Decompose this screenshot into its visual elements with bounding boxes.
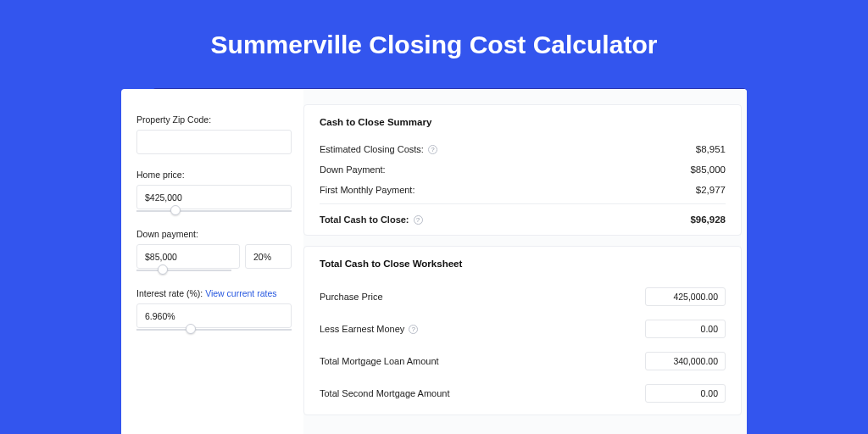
summary-panel: Cash to Close Summary Estimated Closing … — [303, 104, 742, 236]
slider-track — [136, 270, 231, 271]
earnest-money-input[interactable] — [645, 320, 726, 338]
row-label: Less Earnest Money — [320, 324, 404, 334]
calculator-card: Property Zip Code: Home price: Down paym… — [121, 89, 747, 434]
worksheet-heading: Total Cash to Close Worksheet — [320, 259, 726, 269]
results-column: Cash to Close Summary Estimated Closing … — [303, 89, 747, 434]
home-price-label: Home price: — [136, 170, 292, 180]
row-label: Purchase Price — [320, 292, 383, 302]
row-label: Down Payment: — [320, 164, 386, 175]
row-value: $8,951 — [696, 144, 726, 154]
worksheet-row-earnest-money: Less Earnest Money ? — [320, 313, 726, 345]
row-label: Total Cash to Close: — [320, 214, 409, 225]
row-value: $85,000 — [690, 164, 726, 175]
slider-thumb[interactable] — [170, 205, 181, 215]
slider-track — [136, 210, 292, 212]
interest-group: Interest rate (%): View current rates — [136, 288, 292, 332]
interest-slider[interactable] — [136, 327, 292, 332]
worksheet-row-purchase-price: Purchase Price — [320, 281, 726, 313]
inputs-panel: Property Zip Code: Home price: Down paym… — [121, 89, 303, 434]
row-value: $96,928 — [690, 214, 726, 225]
summary-row-closing-costs: Estimated Closing Costs: ? $8,951 — [320, 139, 726, 159]
summary-row-down-payment: Down Payment: $85,000 — [320, 159, 726, 180]
row-label: First Monthly Payment: — [320, 185, 415, 195]
home-price-input[interactable] — [136, 185, 292, 209]
summary-heading: Cash to Close Summary — [320, 117, 726, 127]
help-icon[interactable]: ? — [414, 215, 423, 225]
down-payment-label: Down payment: — [136, 229, 292, 239]
zip-input[interactable] — [136, 130, 292, 154]
interest-label-text: Interest rate (%): — [136, 288, 203, 298]
worksheet-row-second-mortgage: Total Second Mortgage Amount — [320, 377, 726, 409]
view-rates-link[interactable]: View current rates — [205, 288, 276, 298]
summary-row-total: Total Cash to Close: ? $96,928 — [320, 203, 726, 230]
row-label: Estimated Closing Costs: — [320, 144, 424, 154]
summary-row-first-monthly: First Monthly Payment: $2,977 — [320, 180, 726, 200]
row-label: Total Second Mortgage Amount — [320, 388, 449, 398]
down-payment-group: Down payment: — [136, 229, 292, 273]
interest-input[interactable] — [136, 303, 292, 328]
worksheet-panel: Total Cash to Close Worksheet Purchase P… — [303, 246, 742, 415]
home-price-slider[interactable] — [136, 209, 292, 214]
second-mortgage-input[interactable] — [645, 384, 726, 403]
interest-label: Interest rate (%): View current rates — [136, 288, 292, 298]
worksheet-row-mortgage-amount: Total Mortgage Loan Amount — [320, 345, 726, 377]
zip-group: Property Zip Code: — [136, 114, 292, 154]
slider-track — [136, 329, 292, 331]
slider-thumb[interactable] — [158, 264, 168, 275]
row-value: $2,977 — [696, 185, 726, 195]
help-icon[interactable]: ? — [428, 145, 437, 154]
down-payment-input[interactable] — [136, 244, 240, 269]
down-payment-slider[interactable] — [136, 268, 231, 273]
row-label: Total Mortgage Loan Amount — [320, 356, 439, 366]
help-icon[interactable]: ? — [409, 325, 418, 334]
zip-label: Property Zip Code: — [136, 114, 292, 125]
slider-thumb[interactable] — [186, 324, 196, 334]
home-price-group: Home price: — [136, 170, 292, 214]
page-title: Summerville Closing Cost Calculator — [0, 0, 868, 78]
purchase-price-input[interactable] — [645, 287, 726, 306]
mortgage-amount-input[interactable] — [645, 352, 726, 370]
down-payment-pct-input[interactable] — [245, 244, 292, 269]
